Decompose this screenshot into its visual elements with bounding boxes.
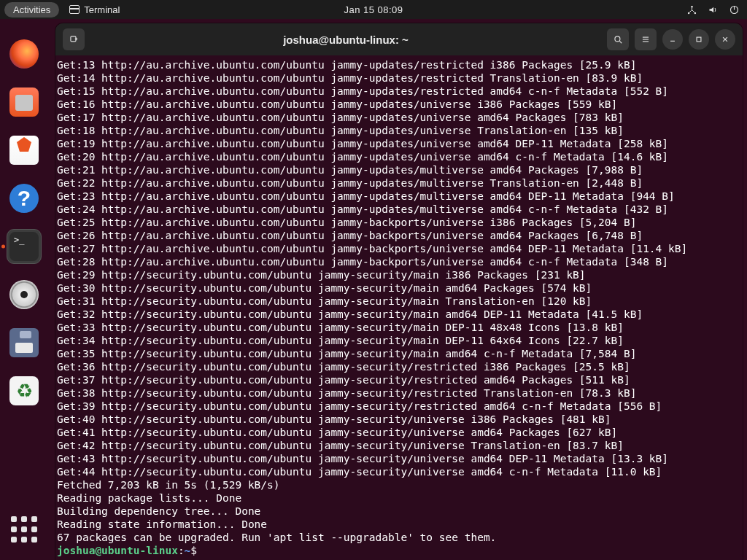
terminal-line: Get:33 http://security.ubuntu.com/ubuntu… — [57, 321, 738, 334]
close-button[interactable] — [715, 29, 735, 50]
terminal-line: Get:43 http://security.ubuntu.com/ubuntu… — [57, 452, 738, 465]
terminal-line: Get:38 http://security.ubuntu.com/ubuntu… — [57, 386, 738, 400]
network-icon[interactable] — [686, 4, 697, 15]
terminal-line: Get:21 http://au.archive.ubuntu.com/ubun… — [57, 163, 738, 176]
terminal-launcher-icon — [9, 232, 39, 261]
focused-app-label: Terminal — [84, 4, 120, 15]
files-icon — [9, 88, 39, 117]
terminal-output[interactable]: Get:13 http://au.archive.ubuntu.com/ubun… — [55, 55, 743, 560]
disc-icon — [9, 280, 39, 309]
workspace: ? joshua@ubuntu-linux: ~ — [0, 19, 747, 560]
terminal-line: Get:30 http://security.ubuntu.com/ubuntu… — [57, 281, 738, 295]
software-icon — [9, 136, 39, 165]
terminal-titlebar[interactable]: joshua@ubuntu-linux: ~ — [55, 23, 743, 55]
terminal-line: Get:34 http://security.ubuntu.com/ubuntu… — [57, 334, 738, 347]
terminal-line: Get:13 http://au.archive.ubuntu.com/ubun… — [57, 58, 738, 71]
dock-floppy[interactable] — [7, 325, 42, 360]
terminal-line: Get:15 http://au.archive.ubuntu.com/ubun… — [57, 85, 738, 98]
terminal-icon — [69, 5, 80, 14]
dock-files[interactable] — [7, 85, 42, 120]
terminal-line: Get:37 http://security.ubuntu.com/ubuntu… — [57, 373, 738, 386]
terminal-line: 67 packages can be upgraded. Run 'apt li… — [57, 531, 738, 544]
terminal-line: Get:22 http://au.archive.ubuntu.com/ubun… — [57, 176, 738, 190]
minimize-button[interactable] — [662, 29, 683, 50]
dock-software[interactable] — [7, 133, 42, 168]
activities-button[interactable]: Activities — [4, 2, 59, 18]
terminal-line: Get:24 http://au.archive.ubuntu.com/ubun… — [57, 203, 738, 216]
svg-point-8 — [615, 36, 620, 42]
terminal-line: Get:19 http://au.archive.ubuntu.com/ubun… — [57, 137, 738, 150]
terminal-line: Get:26 http://au.archive.ubuntu.com/ubun… — [57, 229, 738, 242]
focused-app-menu[interactable]: Terminal — [69, 4, 120, 15]
prompt-symbol: $ — [190, 545, 203, 556]
prompt-user: joshua@ubuntu-linux — [57, 545, 178, 556]
svg-point-0 — [691, 5, 693, 7]
hamburger-menu-button[interactable] — [635, 28, 657, 50]
search-button[interactable] — [607, 28, 629, 50]
clock[interactable]: Jan 15 08:09 — [344, 4, 403, 15]
show-applications-button[interactable] — [7, 512, 42, 547]
prompt-colon: : — [178, 545, 185, 556]
terminal-line: Get:32 http://security.ubuntu.com/ubuntu… — [57, 308, 738, 321]
dock-terminal[interactable] — [7, 229, 42, 264]
system-tray — [686, 4, 740, 15]
help-icon: ? — [9, 184, 39, 213]
terminal-line: Get:39 http://security.ubuntu.com/ubuntu… — [57, 400, 738, 413]
svg-rect-14 — [697, 37, 701, 42]
dock-help[interactable]: ? — [7, 181, 42, 216]
svg-point-2 — [694, 12, 697, 14]
terminal-line: Get:20 http://au.archive.ubuntu.com/ubun… — [57, 150, 738, 163]
terminal-line: Get:36 http://security.ubuntu.com/ubuntu… — [57, 360, 738, 373]
trash-icon — [9, 376, 39, 405]
terminal-line: Get:14 http://au.archive.ubuntu.com/ubun… — [57, 71, 738, 85]
maximize-button[interactable] — [689, 29, 709, 50]
terminal-line: Get:44 http://security.ubuntu.com/ubuntu… — [57, 465, 738, 478]
top-panel: Activities Terminal Jan 15 08:09 — [0, 0, 747, 19]
power-icon[interactable] — [729, 4, 740, 15]
terminal-line: Get:17 http://au.archive.ubuntu.com/ubun… — [57, 111, 738, 124]
floppy-icon — [9, 328, 39, 357]
terminal-line: Reading package lists... Done — [57, 491, 738, 505]
terminal-line: Get:18 http://au.archive.ubuntu.com/ubun… — [57, 124, 738, 137]
terminal-line: Get:27 http://au.archive.ubuntu.com/ubun… — [57, 242, 738, 255]
terminal-line: Get:31 http://security.ubuntu.com/ubuntu… — [57, 295, 738, 308]
terminal-line: Get:29 http://security.ubuntu.com/ubuntu… — [57, 268, 738, 281]
terminal-line: Get:25 http://au.archive.ubuntu.com/ubun… — [57, 216, 738, 229]
terminal-line: Fetched 7,203 kB in 5s (1,529 kB/s) — [57, 478, 738, 491]
terminal-window: joshua@ubuntu-linux: ~ Get:13 h — [55, 23, 743, 560]
svg-point-1 — [688, 12, 690, 14]
svg-line-9 — [619, 41, 622, 43]
dock-firefox[interactable] — [7, 36, 42, 71]
dock-trash[interactable] — [7, 373, 42, 408]
terminal-line: Building dependency tree... Done — [57, 505, 738, 518]
terminal-line: Get:35 http://security.ubuntu.com/ubuntu… — [57, 347, 738, 360]
window-title: joshua@ubuntu-linux: ~ — [90, 34, 601, 46]
terminal-line: Get:23 http://au.archive.ubuntu.com/ubun… — [57, 190, 738, 203]
dock: ? — [0, 19, 48, 560]
terminal-line: Get:41 http://security.ubuntu.com/ubuntu… — [57, 426, 738, 439]
prompt-line[interactable]: joshua@ubuntu-linux:~$ — [57, 544, 738, 557]
volume-icon[interactable] — [708, 4, 719, 15]
dock-disc[interactable] — [7, 277, 42, 312]
terminal-line: Get:16 http://au.archive.ubuntu.com/ubun… — [57, 98, 738, 111]
firefox-icon — [9, 39, 39, 69]
apps-grid-icon — [11, 516, 37, 542]
terminal-line: Reading state information... Done — [57, 518, 738, 531]
terminal-line: Get:42 http://security.ubuntu.com/ubuntu… — [57, 439, 738, 452]
terminal-line: Get:40 http://security.ubuntu.com/ubuntu… — [57, 413, 738, 426]
terminal-line: Get:28 http://au.archive.ubuntu.com/ubun… — [57, 255, 738, 268]
new-tab-button[interactable] — [63, 28, 85, 50]
